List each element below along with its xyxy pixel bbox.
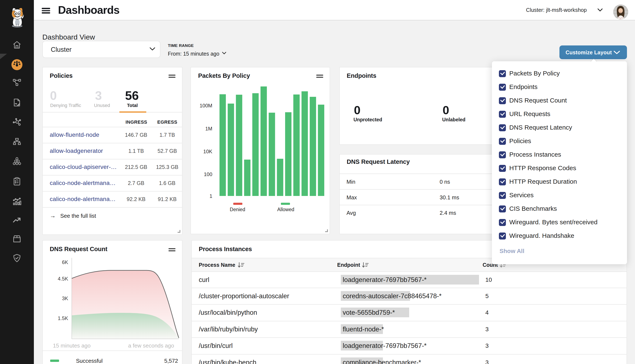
svg-text:Allowed: Allowed — [277, 207, 294, 212]
svg-text:5,572: 5,572 — [164, 358, 178, 364]
svg-text:Successful: Successful — [76, 358, 103, 364]
svg-text:100: 100 — [204, 172, 212, 177]
svg-text:a few seconds ago: a few seconds ago — [128, 342, 174, 349]
svg-text:10K: 10K — [203, 148, 212, 154]
svg-text:1.5K: 1.5K — [58, 316, 68, 321]
svg-text:4.5K: 4.5K — [58, 276, 68, 282]
svg-text:100M: 100M — [199, 103, 212, 108]
svg-text:3K: 3K — [62, 296, 68, 301]
svg-text:Denied: Denied — [230, 207, 245, 212]
svg-text:6K: 6K — [62, 259, 68, 265]
svg-text:15 minutes ago: 15 minutes ago — [53, 342, 91, 349]
svg-text:1: 1 — [209, 193, 212, 199]
svg-text:1M: 1M — [205, 126, 212, 132]
